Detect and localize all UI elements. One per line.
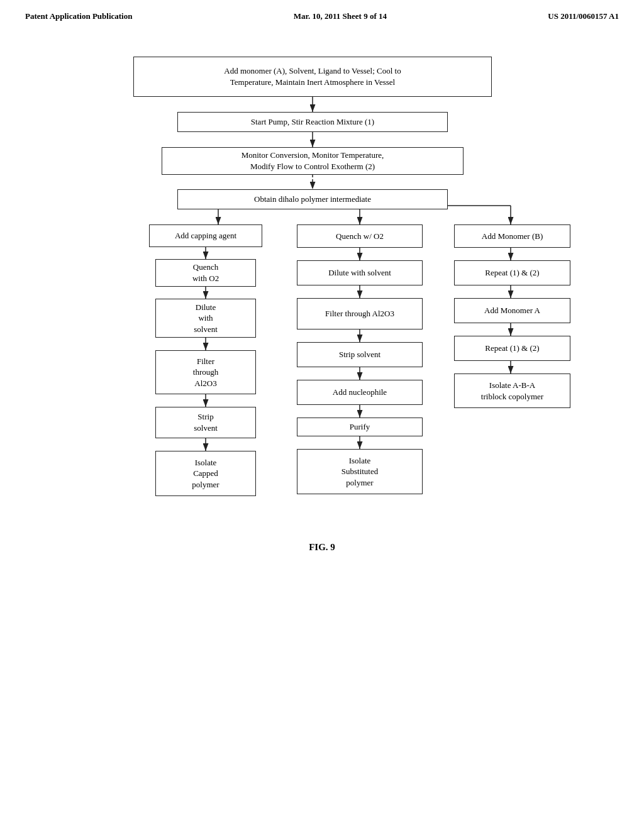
right-monomerA-box: Add Monomer A: [454, 298, 570, 323]
step4-box: Obtain dihalo polymer intermediate: [177, 189, 448, 209]
left-dilute-box: Dilute with solvent: [155, 299, 256, 338]
mid-strip-box: Strip solvent: [297, 342, 423, 367]
right-monomerB-box: Add Monomer (B): [454, 224, 570, 248]
mid-isolate-box: Isolate Substituted polymer: [297, 449, 423, 494]
step1-box: Add monomer (A), Solvent, Ligand to Vess…: [133, 57, 492, 97]
left-filter-box: Filter through Al2O3: [155, 350, 256, 394]
left-capping-box: Add capping agent: [149, 224, 262, 247]
header-left: Patent Application Publication: [25, 11, 132, 21]
mid-quench-box: Quench w/ O2: [297, 224, 423, 248]
right-repeat1-box: Repeat (1) & (2): [454, 260, 570, 285]
left-quench-box: Quench with O2: [155, 259, 256, 287]
mid-filter-box: Filter through Al2O3: [297, 298, 423, 329]
mid-dilute-box: Dilute with solvent: [297, 260, 423, 285]
mid-purify-box: Purify: [297, 418, 423, 436]
step3-box: Monitor Conversion, Monitor Temperature,…: [162, 147, 464, 175]
left-strip-box: Strip solvent: [155, 407, 256, 438]
right-isolate-box: Isolate A-B-A triblock copolymer: [454, 374, 570, 408]
mid-nucleophile-box: Add nucleophile: [297, 380, 423, 405]
header-center: Mar. 10, 2011 Sheet 9 of 14: [294, 11, 387, 21]
left-isolate-box: Isolate Capped polymer: [155, 451, 256, 496]
step2-box: Start Pump, Stir Reaction Mixture (1): [177, 112, 448, 132]
diagram-area: Add monomer (A), Solvent, Ligand to Vess…: [52, 45, 592, 737]
right-repeat2-box: Repeat (1) & (2): [454, 336, 570, 361]
fig-label: FIG. 9: [265, 542, 379, 553]
header-right: US 2011/0060157 A1: [548, 11, 619, 21]
